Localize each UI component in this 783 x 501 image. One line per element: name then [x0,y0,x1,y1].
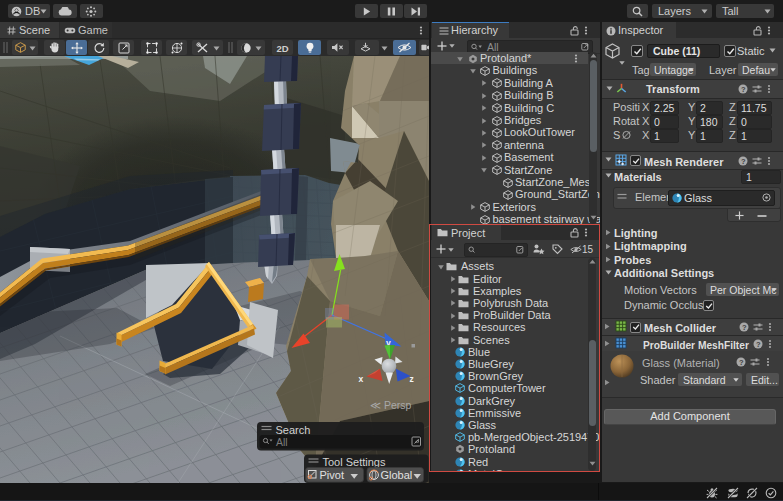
svg-text:x: x [359,374,364,384]
svg-text:?: ? [739,358,744,367]
svg-text:Search: Search [276,424,311,436]
svg-text:All: All [276,436,288,448]
svg-text:≪ Persp: ≪ Persp [370,399,411,411]
svg-text:?: ? [741,156,746,165]
svg-text:Pivot: Pivot [320,469,344,481]
svg-text:Global: Global [381,469,413,481]
svg-text:Tool Settings: Tool Settings [323,456,386,468]
svg-text:?: ? [742,322,747,331]
svg-text:z: z [410,374,414,384]
svg-text:?: ? [741,84,746,93]
svg-text:?: ? [756,339,761,348]
